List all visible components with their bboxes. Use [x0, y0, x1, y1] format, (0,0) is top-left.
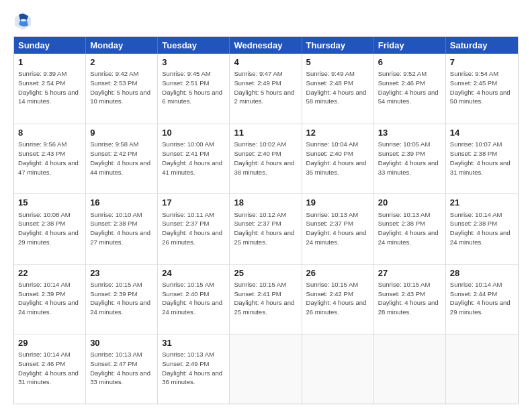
cell-info: Sunrise: 9:39 AM Sunset: 2:54 PM Dayligh…: [18, 69, 81, 106]
day-cell-31: 31Sunrise: 10:13 AM Sunset: 2:49 PM Dayl…: [158, 334, 230, 404]
cell-info: Sunrise: 10:05 AM Sunset: 2:39 PM Daylig…: [378, 140, 441, 177]
day-cell-29: 29Sunrise: 10:14 AM Sunset: 2:46 PM Dayl…: [14, 334, 86, 404]
cell-info: Sunrise: 10:15 AM Sunset: 2:39 PM Daylig…: [90, 280, 153, 317]
day-cell-6: 6Sunrise: 9:52 AM Sunset: 2:46 PM Daylig…: [374, 54, 446, 124]
cell-info: Sunrise: 9:47 AM Sunset: 2:49 PM Dayligh…: [234, 69, 297, 106]
header-day-saturday: Saturday: [446, 37, 518, 54]
day-number: 11: [234, 127, 297, 139]
calendar-week-2: 8Sunrise: 9:56 AM Sunset: 2:43 PM Daylig…: [14, 124, 518, 193]
day-cell-21: 21Sunrise: 10:14 AM Sunset: 2:38 PM Dayl…: [446, 194, 518, 263]
cell-info: Sunrise: 10:15 AM Sunset: 2:43 PM Daylig…: [378, 280, 441, 317]
day-number: 30: [90, 337, 153, 349]
day-number: 21: [450, 197, 514, 209]
cell-info: Sunrise: 10:14 AM Sunset: 2:44 PM Daylig…: [450, 280, 514, 317]
cell-info: Sunrise: 10:02 AM Sunset: 2:40 PM Daylig…: [234, 140, 297, 177]
cell-info: Sunrise: 10:15 AM Sunset: 2:41 PM Daylig…: [234, 280, 297, 317]
calendar-week-1: 1Sunrise: 9:39 AM Sunset: 2:54 PM Daylig…: [14, 54, 518, 124]
cell-info: Sunrise: 9:56 AM Sunset: 2:43 PM Dayligh…: [18, 140, 81, 177]
header-day-sunday: Sunday: [14, 37, 86, 54]
day-cell-24: 24Sunrise: 10:15 AM Sunset: 2:40 PM Dayl…: [158, 265, 230, 334]
day-number: 4: [234, 56, 297, 68]
day-cell-4: 4Sunrise: 9:47 AM Sunset: 2:49 PM Daylig…: [230, 54, 302, 124]
day-cell-18: 18Sunrise: 10:12 AM Sunset: 2:37 PM Dayl…: [230, 194, 302, 263]
cell-info: Sunrise: 10:13 AM Sunset: 2:38 PM Daylig…: [378, 210, 441, 247]
day-cell-13: 13Sunrise: 10:05 AM Sunset: 2:39 PM Dayl…: [374, 124, 446, 193]
calendar-body: 1Sunrise: 9:39 AM Sunset: 2:54 PM Daylig…: [14, 54, 518, 404]
day-cell-3: 3Sunrise: 9:45 AM Sunset: 2:51 PM Daylig…: [158, 54, 230, 124]
day-cell-23: 23Sunrise: 10:15 AM Sunset: 2:39 PM Dayl…: [86, 265, 158, 334]
cell-info: Sunrise: 10:15 AM Sunset: 2:40 PM Daylig…: [162, 280, 225, 317]
cell-info: Sunrise: 9:52 AM Sunset: 2:46 PM Dayligh…: [378, 69, 441, 106]
header: [13, 11, 519, 30]
day-number: 13: [378, 127, 441, 139]
day-cell-8: 8Sunrise: 9:56 AM Sunset: 2:43 PM Daylig…: [14, 124, 86, 193]
day-number: 24: [162, 267, 225, 279]
day-number: 1: [18, 56, 81, 68]
day-cell-17: 17Sunrise: 10:11 AM Sunset: 2:37 PM Dayl…: [158, 194, 230, 263]
day-cell-12: 12Sunrise: 10:04 AM Sunset: 2:40 PM Dayl…: [302, 124, 374, 193]
cell-info: Sunrise: 9:45 AM Sunset: 2:51 PM Dayligh…: [162, 69, 225, 106]
cell-info: Sunrise: 10:13 AM Sunset: 2:49 PM Daylig…: [162, 350, 225, 387]
day-cell-16: 16Sunrise: 10:10 AM Sunset: 2:38 PM Dayl…: [86, 194, 158, 263]
cell-info: Sunrise: 10:00 AM Sunset: 2:41 PM Daylig…: [162, 140, 225, 177]
calendar-week-4: 22Sunrise: 10:14 AM Sunset: 2:39 PM Dayl…: [14, 264, 518, 334]
cell-info: Sunrise: 10:15 AM Sunset: 2:42 PM Daylig…: [306, 280, 369, 317]
day-number: 12: [306, 127, 369, 139]
logo: [13, 11, 35, 30]
empty-cell: [374, 334, 446, 404]
day-cell-26: 26Sunrise: 10:15 AM Sunset: 2:42 PM Dayl…: [302, 265, 374, 334]
day-number: 25: [234, 267, 297, 279]
calendar: SundayMondayTuesdayWednesdayThursdayFrid…: [13, 36, 519, 404]
cell-info: Sunrise: 10:11 AM Sunset: 2:37 PM Daylig…: [162, 210, 225, 247]
day-number: 8: [18, 127, 81, 139]
cell-info: Sunrise: 10:04 AM Sunset: 2:40 PM Daylig…: [306, 140, 369, 177]
day-number: 22: [18, 267, 81, 279]
header-day-friday: Friday: [374, 37, 446, 54]
day-number: 5: [306, 56, 369, 68]
empty-cell: [302, 334, 374, 404]
cell-info: Sunrise: 10:14 AM Sunset: 2:39 PM Daylig…: [18, 280, 81, 317]
cell-info: Sunrise: 10:08 AM Sunset: 2:38 PM Daylig…: [18, 210, 81, 247]
day-number: 2: [90, 56, 153, 68]
day-cell-2: 2Sunrise: 9:42 AM Sunset: 2:53 PM Daylig…: [86, 54, 158, 124]
cell-info: Sunrise: 10:13 AM Sunset: 2:37 PM Daylig…: [306, 210, 369, 247]
page: SundayMondayTuesdayWednesdayThursdayFrid…: [0, 0, 532, 411]
logo-icon: [13, 11, 32, 30]
empty-cell: [230, 334, 302, 404]
empty-cell: [446, 334, 518, 404]
day-number: 27: [378, 267, 441, 279]
day-number: 10: [162, 127, 225, 139]
day-cell-30: 30Sunrise: 10:13 AM Sunset: 2:47 PM Dayl…: [86, 334, 158, 404]
cell-info: Sunrise: 10:14 AM Sunset: 2:46 PM Daylig…: [18, 350, 81, 387]
day-cell-11: 11Sunrise: 10:02 AM Sunset: 2:40 PM Dayl…: [230, 124, 302, 193]
day-cell-15: 15Sunrise: 10:08 AM Sunset: 2:38 PM Dayl…: [14, 194, 86, 263]
day-number: 20: [378, 197, 441, 209]
day-cell-7: 7Sunrise: 9:54 AM Sunset: 2:45 PM Daylig…: [446, 54, 518, 124]
day-cell-19: 19Sunrise: 10:13 AM Sunset: 2:37 PM Dayl…: [302, 194, 374, 263]
day-number: 15: [18, 197, 81, 209]
day-number: 19: [306, 197, 369, 209]
cell-info: Sunrise: 10:13 AM Sunset: 2:47 PM Daylig…: [90, 350, 153, 387]
header-day-thursday: Thursday: [302, 37, 374, 54]
day-cell-1: 1Sunrise: 9:39 AM Sunset: 2:54 PM Daylig…: [14, 54, 86, 124]
day-cell-9: 9Sunrise: 9:58 AM Sunset: 2:42 PM Daylig…: [86, 124, 158, 193]
day-number: 7: [450, 56, 514, 68]
cell-info: Sunrise: 9:54 AM Sunset: 2:45 PM Dayligh…: [450, 69, 514, 106]
cell-info: Sunrise: 9:42 AM Sunset: 2:53 PM Dayligh…: [90, 69, 153, 106]
cell-info: Sunrise: 10:07 AM Sunset: 2:38 PM Daylig…: [450, 140, 514, 177]
calendar-week-3: 15Sunrise: 10:08 AM Sunset: 2:38 PM Dayl…: [14, 193, 518, 263]
header-day-wednesday: Wednesday: [230, 37, 302, 54]
day-number: 23: [90, 267, 153, 279]
cell-info: Sunrise: 10:10 AM Sunset: 2:38 PM Daylig…: [90, 210, 153, 247]
day-cell-22: 22Sunrise: 10:14 AM Sunset: 2:39 PM Dayl…: [14, 265, 86, 334]
day-number: 31: [162, 337, 225, 349]
day-number: 6: [378, 56, 441, 68]
day-cell-20: 20Sunrise: 10:13 AM Sunset: 2:38 PM Dayl…: [374, 194, 446, 263]
cell-info: Sunrise: 10:14 AM Sunset: 2:38 PM Daylig…: [450, 210, 514, 247]
calendar-week-5: 29Sunrise: 10:14 AM Sunset: 2:46 PM Dayl…: [14, 334, 518, 404]
day-number: 29: [18, 337, 81, 349]
day-cell-10: 10Sunrise: 10:00 AM Sunset: 2:41 PM Dayl…: [158, 124, 230, 193]
day-cell-14: 14Sunrise: 10:07 AM Sunset: 2:38 PM Dayl…: [446, 124, 518, 193]
header-day-tuesday: Tuesday: [158, 37, 230, 54]
day-cell-28: 28Sunrise: 10:14 AM Sunset: 2:44 PM Dayl…: [446, 265, 518, 334]
